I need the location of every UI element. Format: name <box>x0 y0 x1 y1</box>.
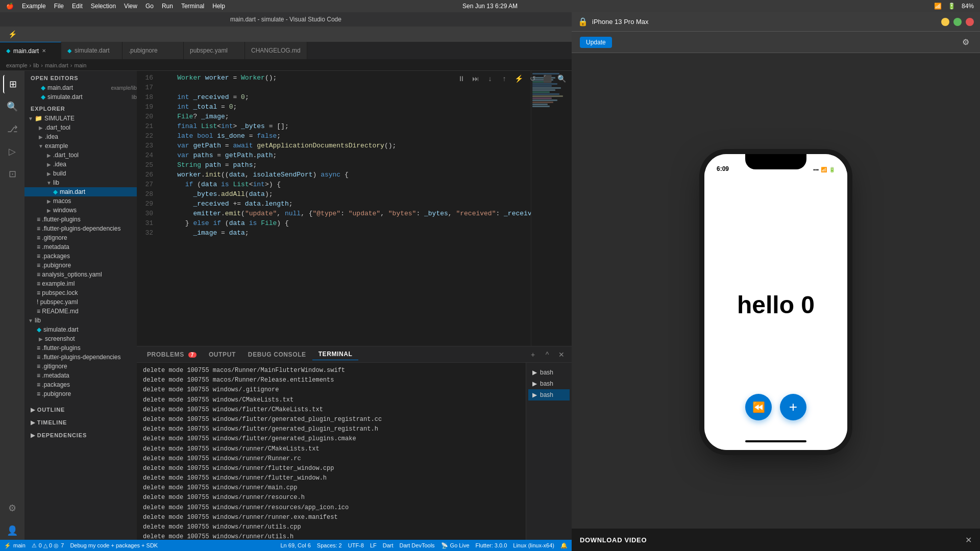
sidebar-item-screenshot[interactable]: ▶ screenshot <box>24 334 137 343</box>
sidebar-item-dart-tool2[interactable]: ▶ .dart_tool <box>24 151 137 160</box>
download-close-btn[interactable]: ✕ <box>965 535 972 545</box>
sidebar-item-idea[interactable]: ▶ .idea <box>24 132 137 141</box>
menu-run[interactable]: Run <box>162 3 173 10</box>
activity-icon-extensions[interactable]: ⊡ <box>3 165 21 183</box>
activity-icon-account[interactable]: 👤 <box>3 521 21 540</box>
panel-bash-2[interactable]: ▶ bash <box>528 378 570 389</box>
menu-edit[interactable]: Edit <box>72 3 83 10</box>
toolbar-hot-reload-btn[interactable]: ⚡ <box>512 72 525 85</box>
sidebar-item-windows[interactable]: ▶ windows <box>24 206 137 215</box>
sidebar-item-main-dart[interactable]: ◆ main.dart example/lib <box>24 83 137 92</box>
activity-icon-remote[interactable]: ⚙ <box>3 499 21 517</box>
toolbar-pause-btn[interactable]: ⏸ <box>455 72 468 85</box>
panel-bash-3[interactable]: ▶ bash <box>528 389 570 400</box>
terminal-maximize-btn[interactable]: ^ <box>541 348 553 361</box>
code-editor[interactable]: 16 Worker worker = Worker(); 17 18 int _… <box>137 71 531 346</box>
tab-close-main[interactable]: ✕ <box>42 48 46 54</box>
tab-main-dart[interactable]: ◆ main.dart ✕ <box>0 42 61 59</box>
sidebar-item-simulate-dart2[interactable]: ◆ simulate.dart <box>24 325 137 334</box>
menu-selection[interactable]: Selection <box>91 3 116 10</box>
status-devtools[interactable]: Dart DevTools <box>400 542 435 548</box>
sidebar-item-macos[interactable]: ▶ macos <box>24 196 137 206</box>
bc-main[interactable]: main <box>74 62 86 68</box>
terminal-output[interactable]: delete mode 100755 macos/Runner/MainFlut… <box>137 363 526 540</box>
tab-terminal[interactable]: TERMINAL <box>312 348 359 360</box>
menu-file[interactable]: File <box>54 3 64 10</box>
sidebar-item-pubignore2[interactable]: ≡ .pubignore <box>24 389 137 398</box>
bc-main-dart[interactable]: main.dart <box>45 62 68 68</box>
sidebar-item-metadata2[interactable]: ≡ .metadata <box>24 371 137 380</box>
toolbar-step-btn[interactable]: ↓ <box>484 72 496 85</box>
sidebar-folder-example[interactable]: ▼ example <box>24 141 137 151</box>
activity-icon-debug[interactable]: ▷ <box>3 142 21 161</box>
tab-pubspec[interactable]: pubspec.yaml <box>184 42 245 59</box>
sidebar-item-pubignore[interactable]: ≡ .pubignore <box>24 261 137 270</box>
sidebar-item-analysis[interactable]: ≡ analysis_options.yaml <box>24 270 137 279</box>
tab-debug-console[interactable]: DEBUG CONSOLE <box>242 349 312 360</box>
menu-terminal[interactable]: Terminal <box>181 3 204 10</box>
sidebar-item-metadata[interactable]: ≡ .metadata <box>24 242 137 252</box>
bc-sep2: › <box>41 62 43 68</box>
status-cursor[interactable]: Ln 69, Col 6 <box>280 542 310 548</box>
status-language[interactable]: Dart <box>383 542 394 548</box>
status-golive[interactable]: 📡 Go Live <box>441 542 470 549</box>
activity-icon-search[interactable]: 🔍 <box>3 97 21 116</box>
activity-icon-git[interactable]: ⎇ <box>3 120 21 138</box>
sidebar-item-example-iml[interactable]: ≡ example.iml <box>24 279 137 288</box>
sidebar-item-flutter-plugins2[interactable]: ≡ .flutter-plugins <box>24 343 137 353</box>
maximize-button[interactable] <box>953 18 962 26</box>
panel-settings-btn[interactable]: ⚙ <box>960 36 972 48</box>
sidebar-item-pubspec-lock[interactable]: ≡ pubspec.lock <box>24 288 137 297</box>
status-eol[interactable]: LF <box>370 542 377 548</box>
tab-output[interactable]: OUTPUT <box>203 349 242 360</box>
sidebar-folder-lib[interactable]: ▼ lib <box>24 178 137 187</box>
iphone-add-btn[interactable]: + <box>780 394 806 420</box>
menu-help[interactable]: Help <box>212 3 225 10</box>
toolbar-skip-btn[interactable]: ⏭ <box>470 72 482 85</box>
tab-pubignore[interactable]: .pubignore <box>122 42 184 59</box>
tab-changelog[interactable]: CHANGELOG.md <box>245 42 307 59</box>
sidebar-item-simulate-dart[interactable]: ◆ simulate.dart lib <box>24 92 137 102</box>
panel-bash-1[interactable]: ▶ bash <box>528 367 570 378</box>
sidebar-item-packages[interactable]: ≡ .packages <box>24 252 137 261</box>
status-remote[interactable]: ⚡ main <box>4 542 26 549</box>
activity-icon-vscode[interactable]: ⊞ <box>3 75 21 93</box>
menu-view[interactable]: View <box>124 3 137 10</box>
close-button[interactable] <box>966 18 974 26</box>
tab-simulate-dart[interactable]: ◆ simulate.dart <box>61 42 122 59</box>
sidebar-item-build[interactable]: ▶ build <box>24 169 137 178</box>
toolbar-restart-btn[interactable]: ↺ <box>527 72 539 85</box>
sidebar-item-readme[interactable]: ≡ README.md <box>24 307 137 316</box>
sidebar-item-gitignore2[interactable]: ≡ .gitignore <box>24 362 137 371</box>
iphone-rewind-btn[interactable]: ⏪ <box>745 394 772 420</box>
sidebar-folder-lib2[interactable]: ▼ lib <box>24 316 137 325</box>
sidebar-folder-simulate[interactable]: ▼ 📁 SIMULATE <box>24 114 137 123</box>
status-flutter[interactable]: Flutter: 3.0.0 <box>476 542 507 548</box>
status-encoding[interactable]: UTF-8 <box>348 542 364 548</box>
sidebar-item-idea2[interactable]: ▶ .idea <box>24 160 137 169</box>
sidebar-item-flutter-plugins-deps2[interactable]: ≡ .flutter-plugins-dependencies <box>24 353 137 362</box>
minimize-button[interactable] <box>941 18 949 26</box>
status-notifications[interactable]: 🔔 <box>560 542 568 549</box>
terminal-close-btn[interactable]: ✕ <box>555 348 568 361</box>
bc-example[interactable]: example <box>6 62 28 68</box>
tab-problems[interactable]: PROBLEMS 7 <box>141 349 203 360</box>
status-spaces[interactable]: Spaces: 2 <box>317 542 342 548</box>
sidebar-item-packages2[interactable]: ≡ .packages <box>24 380 137 389</box>
sidebar-item-gitignore[interactable]: ≡ .gitignore <box>24 233 137 242</box>
sidebar-item-flutter-plugins-deps[interactable]: ≡ .flutter-plugins-dependencies <box>24 224 137 233</box>
sidebar-item-main-dart2[interactable]: ◆ main.dart <box>24 187 137 196</box>
sidebar-item-flutter-plugins[interactable]: ≡ .flutter-plugins <box>24 215 137 224</box>
update-button[interactable]: Update <box>580 37 612 48</box>
toolbar-search-btn[interactable]: 🔍 <box>555 72 568 85</box>
status-errors[interactable]: ⚠ 0 △ 0 ◎ 7 <box>32 542 64 549</box>
toolbar-stop-btn[interactable]: ⬛ <box>541 72 553 85</box>
sidebar-item-pubspec-yaml[interactable]: ! pubspec.yaml <box>24 297 137 307</box>
terminal-add-btn[interactable]: + <box>527 348 539 361</box>
sidebar-item-dart-tool[interactable]: ▶ .dart_tool <box>24 123 137 132</box>
bc-lib[interactable]: lib <box>33 62 39 68</box>
status-platform[interactable]: Linux (linux-x64) <box>513 542 554 548</box>
toolbar-step-out-btn[interactable]: ↑ <box>498 72 510 85</box>
status-debug[interactable]: Debug my code + packages + SDK <box>70 542 158 548</box>
menu-go[interactable]: Go <box>145 3 154 10</box>
